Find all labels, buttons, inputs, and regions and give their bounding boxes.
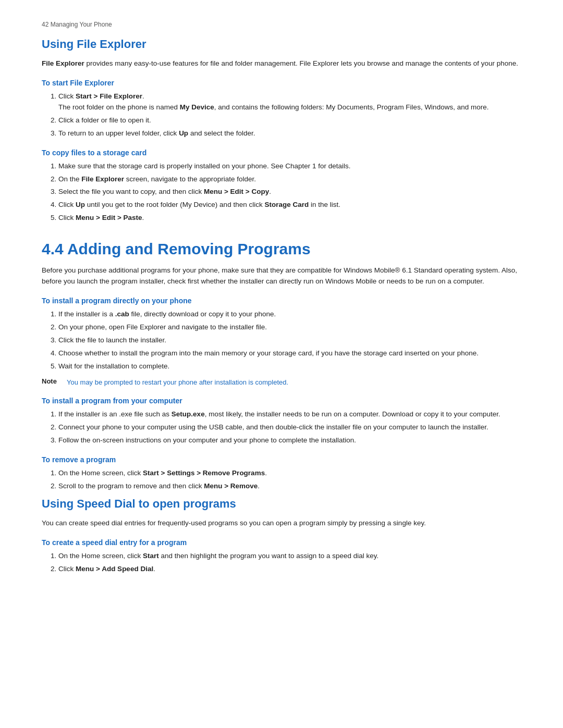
install-computer-steps: If the installer is an .exe file such as… <box>58 409 521 446</box>
list-item: Choose whether to install the program in… <box>58 348 521 359</box>
page-label: 42 Managing Your Phone <box>42 21 521 28</box>
list-item: Click Start > File Explorer.The root fol… <box>58 91 521 113</box>
note-text: You may be prompted to restart your phon… <box>67 377 288 388</box>
section1-title: Using File Explorer <box>42 38 521 51</box>
section2-intro: Before you purchase additional programs … <box>42 265 521 287</box>
install-phone-steps: If the installer is a .cab file, directl… <box>58 309 521 372</box>
section2-title: 4.4 Adding and Removing Programs <box>42 240 521 258</box>
list-item: On the Home screen, click Start and then… <box>58 551 521 562</box>
install-phone-heading: To install a program directly on your ph… <box>42 297 521 305</box>
section1-intro: File Explorer provides many easy-to-use … <box>42 58 521 69</box>
note-label: Note <box>42 377 64 385</box>
list-item: On the Home screen, click Start > Settin… <box>58 468 521 479</box>
list-item: On your phone, open File Explorer and na… <box>58 322 521 333</box>
list-item: Click Up until you get to the root folde… <box>58 200 521 211</box>
sub1-steps: Click Start > File Explorer.The root fol… <box>58 91 521 139</box>
list-item: Select the file you want to copy, and th… <box>58 187 521 198</box>
list-item: Click a folder or file to open it. <box>58 115 521 126</box>
section3-title: Using Speed Dial to open programs <box>42 497 521 511</box>
sub1-heading: To start File Explorer <box>42 79 521 87</box>
list-item: To return to an upper level folder, clic… <box>58 128 521 139</box>
list-item: On the File Explorer screen, navigate to… <box>58 174 521 185</box>
note-block: Note You may be prompted to restart your… <box>42 377 521 388</box>
speed-dial-steps: On the Home screen, click Start and then… <box>58 551 521 575</box>
list-item: If the installer is an .exe file such as… <box>58 409 521 420</box>
list-item: Wait for the installation to complete. <box>58 361 521 372</box>
list-item: Scroll to the program to remove and then… <box>58 481 521 492</box>
section3-intro: You can create speed dial entries for fr… <box>42 518 521 529</box>
list-item: Click the file to launch the installer. <box>58 335 521 346</box>
list-item: Click Menu > Add Speed Dial. <box>58 564 521 575</box>
list-item: Follow the on-screen instructions on you… <box>58 435 521 446</box>
list-item: Connect your phone to your computer usin… <box>58 422 521 433</box>
list-item: If the installer is a .cab file, directl… <box>58 309 521 320</box>
sub2-heading: To copy files to a storage card <box>42 149 521 157</box>
remove-program-steps: On the Home screen, click Start > Settin… <box>58 468 521 492</box>
list-item: Make sure that the storage card is prope… <box>58 161 521 172</box>
speed-dial-heading: To create a speed dial entry for a progr… <box>42 538 521 547</box>
sub2-steps: Make sure that the storage card is prope… <box>58 161 521 224</box>
list-item: Click Menu > Edit > Paste. <box>58 213 521 224</box>
install-computer-heading: To install a program from your computer <box>42 397 521 405</box>
remove-program-heading: To remove a program <box>42 455 521 464</box>
